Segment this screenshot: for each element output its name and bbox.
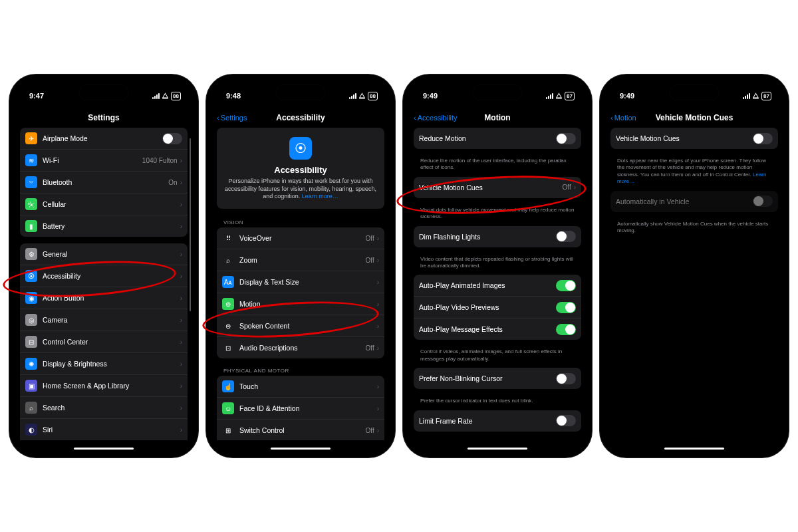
- row-value: Off: [366, 257, 374, 264]
- chevron-right-icon: ›: [180, 273, 182, 280]
- chevron-right-icon: ›: [377, 427, 379, 434]
- back-button[interactable]: ‹Motion: [610, 114, 636, 122]
- row-value: On: [168, 179, 177, 186]
- settings-row[interactable]: ⌔BluetoothOn›: [20, 172, 188, 194]
- chevron-right-icon: ›: [180, 338, 182, 346]
- settings-row[interactable]: AᴀDisplay & Text Size›: [217, 271, 384, 293]
- settings-row[interactable]: ▮Battery›: [20, 215, 188, 237]
- row-value: Off: [366, 344, 374, 352]
- settings-row[interactable]: ⠿VoiceOverOff›: [217, 227, 384, 249]
- settings-row[interactable]: Vehicle Motion Cues: [610, 128, 778, 149]
- back-button[interactable]: ‹Settings: [217, 114, 247, 122]
- settings-row[interactable]: ⊜Spoken Content›: [217, 315, 384, 337]
- row-label: Audio Descriptions: [239, 344, 366, 352]
- settings-row[interactable]: ⊟Control Center›: [20, 331, 188, 353]
- airplane-mode-icon: ✈︎: [25, 132, 37, 144]
- group-header: PHYSICAL AND MOTOR: [217, 365, 384, 376]
- row-label: Spoken Content: [239, 322, 377, 330]
- intro-text: Personalize iPhone in ways that work bes…: [225, 178, 376, 201]
- group-footer: Control if videos, animated images, and …: [414, 346, 581, 368]
- settings-row[interactable]: ◉Action Button›: [20, 287, 188, 309]
- settings-row[interactable]: Auto-Play Animated Images: [414, 275, 581, 297]
- toggle-switch[interactable]: [556, 415, 576, 426]
- toggle-switch[interactable]: [556, 324, 576, 335]
- back-button[interactable]: ‹Accessibility: [414, 114, 458, 122]
- general-icon: ⚙: [25, 248, 37, 260]
- chevron-right-icon: ›: [180, 360, 182, 368]
- control-center-icon: ⊟: [25, 336, 37, 348]
- settings-group: Dim Flashing Lights: [414, 226, 581, 247]
- toggle-switch[interactable]: [556, 231, 576, 242]
- learn-more-link[interactable]: Learn more…: [302, 193, 338, 200]
- settings-row[interactable]: ☝Touch›: [217, 376, 384, 398]
- settings-row[interactable]: Limit Frame Rate: [414, 410, 581, 432]
- settings-row[interactable]: ⚙General›: [20, 243, 188, 265]
- row-value: Off: [366, 427, 374, 434]
- home-indicator: [271, 448, 331, 450]
- settings-row[interactable]: ⌕Search›: [20, 397, 188, 419]
- settings-row[interactable]: Automatically in Vehicle: [610, 191, 778, 212]
- settings-row[interactable]: Reduce Motion: [414, 128, 581, 149]
- chevron-right-icon: ›: [180, 179, 182, 186]
- settings-row[interactable]: Vehicle Motion CuesOff›: [414, 177, 581, 198]
- row-label: Motion: [239, 300, 377, 308]
- audio-descriptions-icon: ⊡: [222, 342, 234, 354]
- battery-indicator: 88: [171, 92, 181, 100]
- scrollbar[interactable]: [190, 138, 191, 311]
- settings-row[interactable]: ☺Face ID & Attention›: [217, 398, 384, 420]
- settings-row[interactable]: ⏧Cellular›: [20, 194, 188, 215]
- content-scroll[interactable]: ⦿AccessibilityPersonalize iPhone in ways…: [211, 128, 390, 440]
- chevron-right-icon: ›: [180, 426, 182, 434]
- toggle-switch[interactable]: [753, 133, 773, 144]
- settings-group: Vehicle Motion CuesOff›: [414, 177, 581, 198]
- toggle-switch[interactable]: [753, 196, 773, 207]
- row-label: General: [43, 250, 180, 258]
- spoken-content-icon: ⊜: [222, 320, 234, 332]
- status-time: 9:48: [226, 92, 241, 100]
- settings-row[interactable]: ⌕ZoomOff›: [217, 249, 384, 271]
- toggle-switch[interactable]: [556, 302, 576, 313]
- chevron-right-icon: ›: [377, 405, 379, 412]
- settings-row[interactable]: ⦿Accessibility›: [20, 265, 188, 287]
- chevron-right-icon: ›: [180, 404, 182, 412]
- settings-row[interactable]: ⊞Switch ControlOff›: [217, 420, 384, 440]
- settings-row[interactable]: ✺Display & Brightness›: [20, 353, 188, 375]
- phones-stage: 9:47⧋88Settings✈︎Airplane Mode≋Wi-Fi1040…: [9, 74, 789, 458]
- settings-row[interactable]: ⊚Motion›: [217, 293, 384, 315]
- settings-row[interactable]: ✈︎Airplane Mode: [20, 128, 188, 150]
- settings-row[interactable]: Auto-Play Video Previews: [414, 297, 581, 319]
- status-right: ⧋87: [743, 92, 771, 100]
- toggle-switch[interactable]: [162, 133, 182, 144]
- toggle-switch[interactable]: [556, 373, 576, 384]
- content-scroll[interactable]: Vehicle Motion CuesDots appear near the …: [605, 128, 783, 440]
- settings-row[interactable]: Prefer Non-Blinking Cursor: [414, 368, 581, 389]
- bluetooth-icon: ⌔: [25, 176, 37, 188]
- dynamic-island: [80, 85, 128, 100]
- toggle-switch[interactable]: [556, 133, 576, 144]
- row-value: 1040 Fulton: [142, 157, 178, 164]
- settings-group: Limit Frame Rate: [414, 410, 581, 432]
- settings-row[interactable]: Auto-Play Message Effects: [414, 319, 581, 340]
- toggle-switch[interactable]: [556, 280, 576, 291]
- chevron-left-icon: ‹: [217, 114, 219, 122]
- nav-title: Vehicle Motion Cues: [656, 113, 733, 122]
- settings-row[interactable]: ▣Home Screen & App Library›: [20, 375, 188, 397]
- row-label: Camera: [43, 316, 180, 324]
- row-label: Search: [43, 404, 180, 412]
- accessibility-icon: ⦿: [289, 137, 312, 160]
- settings-group: Reduce Motion: [414, 128, 581, 149]
- settings-row[interactable]: ◐Siri›: [20, 419, 188, 440]
- status-right: ⧋88: [152, 92, 181, 100]
- settings-row[interactable]: Dim Flashing Lights: [414, 226, 581, 247]
- row-value: Off: [366, 235, 374, 242]
- group-footer: Visual dots follow vehicle movement and …: [414, 205, 581, 226]
- battery-icon: ▮: [25, 220, 37, 232]
- settings-group: ✈︎Airplane Mode≋Wi-Fi1040 Fulton›⌔Blueto…: [20, 128, 188, 237]
- content-scroll[interactable]: Reduce MotionReduce the motion of the us…: [408, 128, 587, 440]
- content-scroll[interactable]: ✈︎Airplane Mode≋Wi-Fi1040 Fulton›⌔Blueto…: [15, 128, 193, 440]
- settings-row[interactable]: ◎Camera›: [20, 309, 188, 331]
- row-label: VoiceOver: [239, 234, 366, 242]
- status-time: 9:49: [423, 92, 438, 100]
- settings-row[interactable]: ⊡Audio DescriptionsOff›: [217, 337, 384, 358]
- settings-row[interactable]: ≋Wi-Fi1040 Fulton›: [20, 150, 188, 172]
